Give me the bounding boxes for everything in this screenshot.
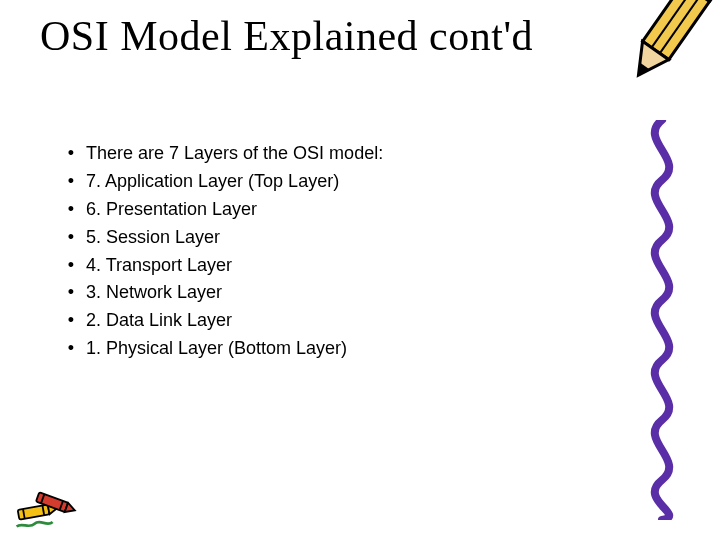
bullet-dot-icon: • (62, 224, 80, 252)
bullet-dot-icon: • (62, 140, 80, 168)
crayons-icon (13, 474, 85, 534)
svg-marker-11 (65, 503, 77, 515)
list-item-text: 7. Application Layer (Top Layer) (80, 168, 339, 196)
list-item: •5. Session Layer (62, 224, 622, 252)
bullet-list: •There are 7 Layers of the OSI model: •7… (62, 140, 622, 363)
list-item-text: 1. Physical Layer (Bottom Layer) (80, 335, 347, 363)
list-item: •6. Presentation Layer (62, 196, 622, 224)
svg-rect-6 (18, 505, 50, 520)
list-item-text: 4. Transport Layer (80, 252, 232, 280)
bullet-dot-icon: • (62, 252, 80, 280)
list-item: •2. Data Link Layer (62, 307, 622, 335)
list-item-text: 5. Session Layer (80, 224, 220, 252)
list-item: •1. Physical Layer (Bottom Layer) (62, 335, 622, 363)
bullet-dot-icon: • (62, 307, 80, 335)
list-item-text: There are 7 Layers of the OSI model: (80, 140, 383, 168)
bullet-dot-icon: • (62, 279, 80, 307)
bullet-dot-icon: • (62, 335, 80, 363)
squiggle-icon (632, 120, 692, 520)
list-item-text: 6. Presentation Layer (80, 196, 257, 224)
pencil-icon (610, 0, 720, 90)
list-item: •7. Application Layer (Top Layer) (62, 168, 622, 196)
list-item: •3. Network Layer (62, 279, 622, 307)
list-item: •There are 7 Layers of the OSI model: (62, 140, 622, 168)
slide-body: •There are 7 Layers of the OSI model: •7… (62, 140, 622, 363)
bullet-dot-icon: • (62, 168, 80, 196)
list-item-text: 2. Data Link Layer (80, 307, 232, 335)
slide: OSI Model Explained cont'd •There are 7 … (0, 0, 720, 540)
slide-title: OSI Model Explained cont'd (40, 12, 533, 60)
list-item-text: 3. Network Layer (80, 279, 222, 307)
bullet-dot-icon: • (62, 196, 80, 224)
list-item: •4. Transport Layer (62, 252, 622, 280)
